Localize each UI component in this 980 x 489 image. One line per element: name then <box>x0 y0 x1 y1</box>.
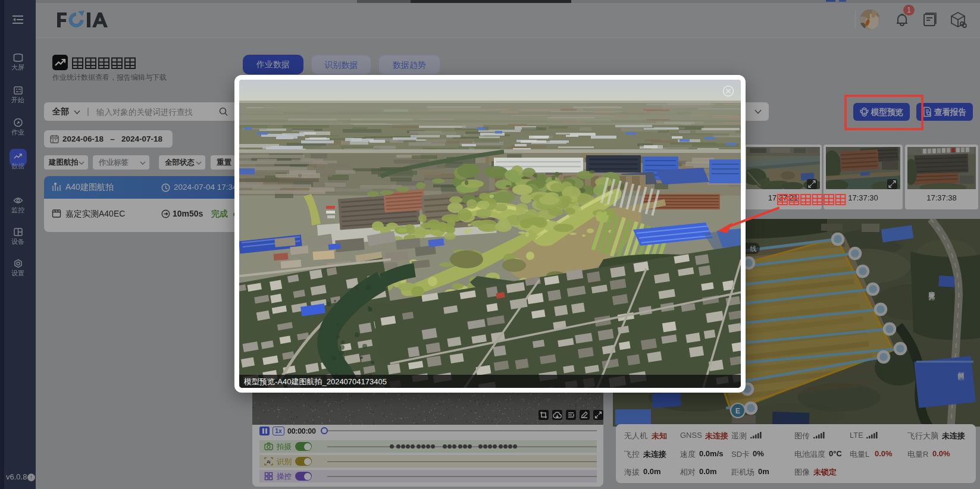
svg-text:AI: AI <box>267 460 271 464</box>
svg-text:模型预览-A40建图航拍_20240704173405: 模型预览-A40建图航拍_20240704173405 <box>243 377 387 386</box>
svg-text:线: 线 <box>750 245 757 252</box>
svg-text:E: E <box>735 407 740 415</box>
